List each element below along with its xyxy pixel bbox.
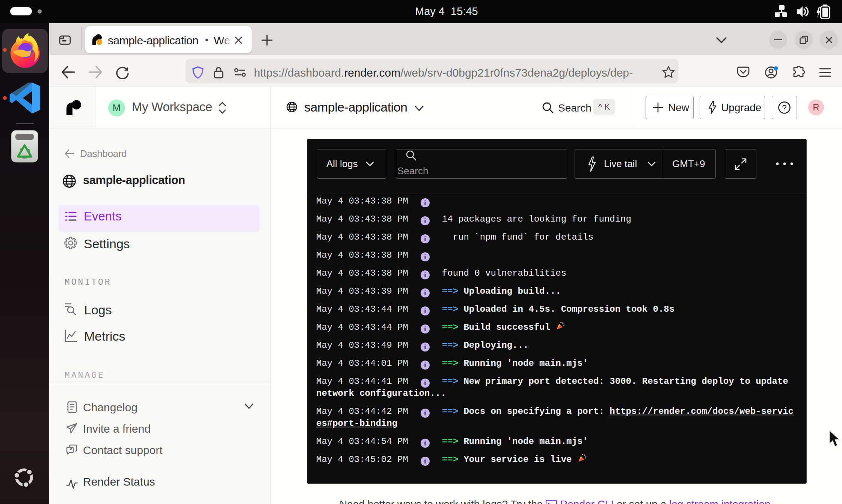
svg-text:?: ? — [782, 103, 787, 112]
